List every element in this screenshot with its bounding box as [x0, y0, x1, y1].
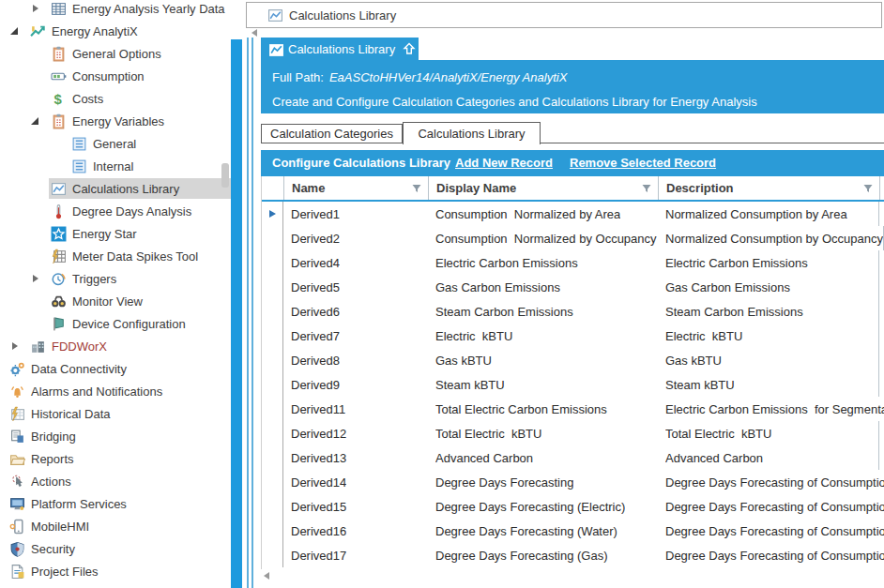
collapsed-expander-icon[interactable]: [30, 275, 49, 282]
cell-description[interactable]: Steam Carbon Emissions: [658, 299, 879, 324]
cell-display-name[interactable]: Degree Days Forecasting (Electric): [428, 494, 658, 519]
sidebar-item-project-files[interactable]: Project Files: [0, 560, 231, 582]
cell-description[interactable]: Gas kBTU: [658, 348, 879, 372]
column-header-name[interactable]: Name: [283, 176, 428, 200]
cell-name[interactable]: Derived16: [283, 519, 428, 543]
cell-description[interactable]: Degree Days Forecasting of Consumption: [658, 543, 884, 567]
expanded-expander-icon[interactable]: [9, 27, 28, 35]
cell-display-name[interactable]: Total Electric Carbon Emissions: [428, 397, 658, 421]
column-header-display-name[interactable]: Display Name: [428, 176, 658, 200]
sidebar-item-alarms-and-notifications[interactable]: Alarms and Notifications: [0, 380, 231, 402]
hscroll-left-icon[interactable]: [264, 572, 269, 580]
sidebar-item-bridging[interactable]: Bridging: [0, 425, 231, 447]
table-row[interactable]: Derived9Steam kBTUSteam kBTU: [262, 372, 884, 397]
table-row[interactable]: Derived11Total Electric Carbon Emissions…: [262, 397, 884, 421]
cell-display-name[interactable]: Consumption Normalized by Occupancy: [428, 226, 658, 250]
remove-selected-record-link[interactable]: Remove Selected Record: [570, 156, 716, 170]
cell-description[interactable]: Degree Days Forecasting of Consumption: [658, 470, 884, 494]
cell-name[interactable]: Derived13: [283, 445, 428, 470]
sidebar-item-monitor-view[interactable]: Monitor View: [0, 290, 231, 312]
cell-description[interactable]: Normalized Consumption by Occupancy: [658, 226, 884, 250]
cell-description[interactable]: Degree Days Forecasting of Consumption: [658, 494, 884, 519]
sidebar-item-energy-variables[interactable]: Energy Variables: [0, 110, 231, 132]
cell-name[interactable]: Derived4: [283, 250, 428, 275]
cell-description[interactable]: Total Electric kBTU: [658, 421, 879, 445]
table-row[interactable]: Derived5Gas Carbon EmissionsGas Carbon E…: [262, 275, 884, 299]
sidebar-item-consumption[interactable]: Consumption: [0, 65, 231, 87]
filter-funnel-icon[interactable]: [862, 183, 874, 194]
table-row[interactable]: Derived4Electric Carbon EmissionsElectri…: [262, 250, 884, 275]
row-selector-cell[interactable]: [262, 470, 283, 494]
sidebar-item-general[interactable]: General: [0, 132, 231, 155]
sidebar-item-fddworx[interactable]: FDDWorX: [0, 335, 231, 357]
sidebar-item-energy-star[interactable]: Energy Star: [0, 222, 231, 245]
tab-calculations-library[interactable]: Calculations Library: [403, 122, 541, 144]
cell-name[interactable]: Derived1: [283, 202, 428, 226]
cell-description[interactable]: Advanced Carbon: [658, 445, 879, 470]
row-selector-cell[interactable]: [262, 202, 283, 226]
cell-display-name[interactable]: Advanced Carbon: [428, 445, 658, 470]
tab-calculation-categories[interactable]: Calculation Categories: [261, 124, 403, 143]
cell-description[interactable]: Electric kBTU: [658, 324, 879, 348]
row-selector-cell[interactable]: [262, 348, 283, 372]
cell-display-name[interactable]: Degree Days Forecasting (Water): [428, 519, 658, 543]
scroll-left-icon[interactable]: [251, 29, 257, 37]
row-selector-cell[interactable]: [262, 299, 283, 324]
cell-name[interactable]: Derived14: [283, 470, 428, 494]
table-row[interactable]: Derived13Advanced CarbonAdvanced Carbon: [262, 445, 884, 470]
row-selector-cell[interactable]: [262, 324, 283, 348]
row-selector-cell[interactable]: [262, 445, 283, 470]
table-row[interactable]: Derived8Gas kBTUGas kBTU: [262, 348, 884, 372]
table-row[interactable]: Derived1Consumption Normalized by AreaNo…: [262, 202, 884, 226]
cell-description[interactable]: Normalized Consumption by Area: [658, 202, 879, 226]
row-selector-cell[interactable]: [262, 519, 283, 543]
cell-name[interactable]: Derived9: [283, 372, 428, 397]
row-selector-cell[interactable]: [262, 543, 283, 567]
sidebar-item-calculations-library[interactable]: Calculations Library: [0, 177, 231, 200]
sidebar-item-degree-days-analysis[interactable]: Degree Days Analysis: [0, 200, 231, 222]
table-row[interactable]: Derived17Degree Days Forecasting (Gas)De…: [262, 543, 884, 567]
sidebar-item-historical-data[interactable]: Historical Data: [0, 402, 231, 425]
sidebar-item-mobilehmi[interactable]: MobileHMI: [0, 515, 231, 537]
row-selector-cell[interactable]: [262, 275, 283, 299]
sidebar-item-security[interactable]: Security: [0, 537, 231, 560]
splitter-grip[interactable]: [221, 163, 229, 188]
expanded-expander-icon[interactable]: [30, 117, 49, 125]
sidebar-item-platform-services[interactable]: Platform Services: [0, 492, 231, 515]
column-header-description[interactable]: Description: [658, 176, 879, 200]
document-tab[interactable]: Calculations Library: [261, 38, 419, 60]
workspace-header[interactable]: Calculations Library: [246, 2, 882, 28]
cell-display-name[interactable]: Consumption Normalized by Area: [428, 202, 658, 226]
cell-display-name[interactable]: Electric kBTU: [428, 324, 658, 348]
cell-name[interactable]: Derived8: [283, 348, 428, 372]
table-row[interactable]: Derived6Steam Carbon EmissionsSteam Carb…: [262, 299, 884, 324]
sidebar-item-triggers[interactable]: Triggers: [0, 267, 231, 290]
cell-name[interactable]: Derived11: [283, 397, 428, 421]
filter-funnel-icon[interactable]: [641, 183, 652, 194]
collapsed-expander-icon[interactable]: [30, 5, 49, 12]
cell-name[interactable]: Derived2: [283, 226, 428, 250]
table-row[interactable]: Derived12Total Electric kBTUTotal Electr…: [262, 421, 884, 445]
row-selector-cell[interactable]: [262, 397, 283, 421]
sidebar-item-energy-analysis-yearly-data[interactable]: Energy Analysis Yearly Data: [0, 0, 231, 20]
cell-name[interactable]: Derived17: [283, 543, 428, 567]
cell-name[interactable]: Derived7: [283, 324, 428, 348]
sidebar-item-meter-data-spikes-tool[interactable]: Meter Data Spikes Tool: [0, 245, 231, 267]
sidebar-item-energy-analytix[interactable]: Energy AnalytiX: [0, 20, 231, 42]
table-row[interactable]: Derived14Degree Days ForecastingDegree D…: [262, 470, 884, 494]
close-icon[interactable]: [419, 41, 434, 56]
cell-display-name[interactable]: Steam kBTU: [428, 372, 658, 397]
sidebar-item-device-configuration[interactable]: Device Configuration: [0, 312, 231, 335]
cell-description[interactable]: Gas Carbon Emissions: [658, 275, 879, 299]
cell-display-name[interactable]: Gas kBTU: [428, 348, 658, 372]
table-row[interactable]: Derived16Degree Days Forecasting (Water)…: [262, 519, 884, 543]
sidebar-item-costs[interactable]: $Costs: [0, 87, 231, 110]
cell-display-name[interactable]: Degree Days Forecasting (Gas): [428, 543, 658, 567]
cell-description[interactable]: Electric Carbon Emissions for Segmentati…: [658, 397, 884, 421]
table-row[interactable]: Derived2Consumption Normalized by Occupa…: [262, 226, 884, 250]
add-new-record-link[interactable]: Add New Record: [455, 156, 553, 170]
sidebar-item-data-connectivity[interactable]: Data Connectivity: [0, 357, 231, 380]
sidebar-item-general-options[interactable]: General Options: [0, 42, 231, 65]
row-selector-cell[interactable]: [262, 421, 283, 445]
collapsed-expander-icon[interactable]: [9, 342, 28, 350]
